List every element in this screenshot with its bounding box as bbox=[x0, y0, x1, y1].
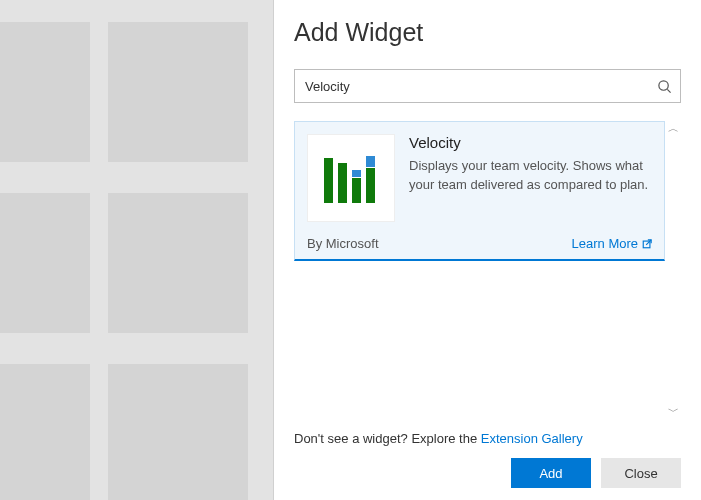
svg-rect-7 bbox=[366, 168, 375, 203]
widget-thumbnail bbox=[307, 134, 395, 222]
svg-point-0 bbox=[659, 80, 668, 89]
external-link-icon bbox=[642, 239, 652, 249]
scroll-up-icon[interactable]: ︿ bbox=[668, 123, 679, 134]
learn-more-label: Learn More bbox=[572, 236, 638, 251]
widget-author: By Microsoft bbox=[307, 236, 379, 251]
results-scrollbar[interactable]: ︿ ﹀ bbox=[665, 121, 681, 419]
dashboard-tile bbox=[108, 22, 248, 162]
search-icon[interactable] bbox=[657, 79, 672, 94]
svg-rect-5 bbox=[352, 178, 361, 203]
dashboard-tile bbox=[108, 364, 248, 500]
panel-footer: Don't see a widget? Explore the Extensio… bbox=[294, 419, 681, 488]
add-widget-panel: Add Widget bbox=[273, 0, 701, 500]
svg-line-1 bbox=[667, 89, 670, 92]
dashboard-tile bbox=[108, 193, 248, 333]
extension-gallery-link[interactable]: Extension Gallery bbox=[481, 431, 583, 446]
widget-card-velocity[interactable]: Velocity Displays your team velocity. Sh… bbox=[294, 121, 665, 261]
svg-rect-2 bbox=[324, 158, 333, 203]
add-button[interactable]: Add bbox=[511, 458, 591, 488]
dashboard-tile bbox=[0, 22, 90, 162]
widget-description: Displays your team velocity. Shows what … bbox=[409, 157, 652, 195]
footer-prompt: Don't see a widget? Explore the Extensio… bbox=[294, 431, 681, 446]
learn-more-link[interactable]: Learn More bbox=[572, 236, 652, 251]
svg-rect-3 bbox=[338, 163, 347, 203]
panel-title: Add Widget bbox=[294, 18, 681, 47]
search-input[interactable] bbox=[305, 79, 657, 94]
dashboard-tile bbox=[0, 364, 90, 500]
results-area: Velocity Displays your team velocity. Sh… bbox=[294, 121, 681, 419]
svg-rect-6 bbox=[366, 156, 375, 167]
search-box[interactable] bbox=[294, 69, 681, 103]
svg-rect-4 bbox=[352, 170, 361, 177]
results-list: Velocity Displays your team velocity. Sh… bbox=[294, 121, 665, 419]
scroll-down-icon[interactable]: ﹀ bbox=[668, 406, 679, 417]
dashboard-tile bbox=[0, 193, 90, 333]
widget-name: Velocity bbox=[409, 134, 652, 151]
close-button[interactable]: Close bbox=[601, 458, 681, 488]
dashboard-grid bbox=[0, 0, 273, 500]
